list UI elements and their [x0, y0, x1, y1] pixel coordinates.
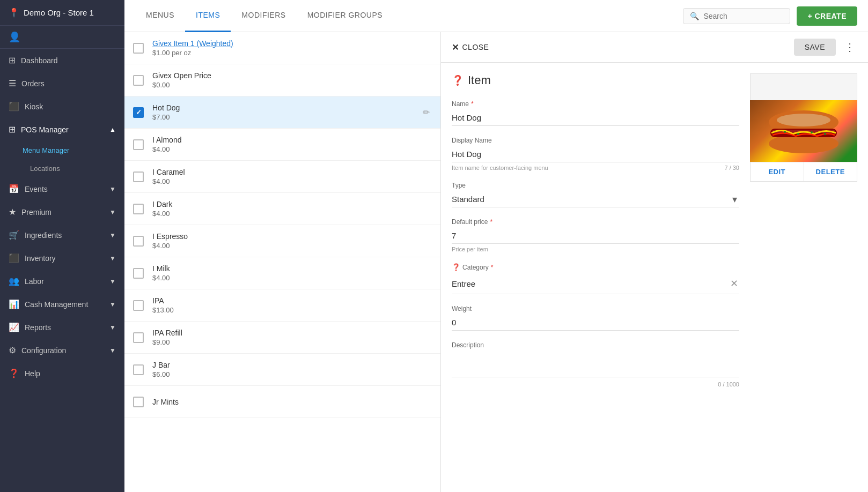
chevron-down-icon: ▼ — [109, 324, 116, 331]
svg-point-5 — [784, 131, 786, 133]
sidebar-item-configuration[interactable]: ⚙ Configuration ▼ — [0, 339, 124, 362]
save-button[interactable]: SAVE — [794, 39, 836, 56]
sidebar-item-kiosk[interactable]: ⬛ Kiosk — [0, 95, 124, 118]
create-button[interactable]: + CREATE — [797, 6, 857, 26]
item-name: I Almond — [152, 136, 421, 144]
item-checkbox[interactable] — [133, 139, 144, 150]
default-price-input[interactable] — [452, 228, 739, 244]
display-name-hint: Item name for customer-facing menu 7 / 3… — [452, 165, 739, 171]
item-row[interactable]: I Milk $4.00 ✏ — [124, 257, 440, 289]
item-row[interactable]: I Almond $4.00 ✏ — [124, 129, 440, 161]
org-header[interactable]: 📍 Demo Org - Store 1 — [0, 0, 124, 26]
item-checkbox[interactable] — [133, 204, 144, 214]
sidebar-item-labor[interactable]: 👥 Labor ▼ — [0, 270, 124, 293]
sidebar-item-reports[interactable]: 📈 Reports ▼ — [0, 316, 124, 339]
item-image — [750, 100, 857, 162]
edit-icon[interactable]: ✏ — [421, 105, 432, 120]
config-icon: ⚙ — [9, 345, 16, 355]
item-row[interactable]: Jr Mints ✏ — [124, 386, 440, 418]
item-price: $13.00 — [152, 306, 421, 314]
item-checkbox[interactable] — [133, 172, 144, 182]
tab-items[interactable]: Items — [185, 0, 231, 32]
item-row[interactable]: IPA Refill $9.00 ✏ — [124, 322, 440, 354]
item-price: $4.00 — [152, 177, 421, 185]
item-row[interactable]: Givex Item 1 (Weighted) $1.00 per oz ✏ — [124, 32, 440, 64]
item-info: I Caramel $4.00 — [152, 168, 421, 185]
type-select[interactable]: Standard Weighted Open Price — [452, 191, 739, 207]
item-row[interactable]: IPA $13.00 ✏ — [124, 289, 440, 322]
more-options-icon[interactable]: ⋮ — [842, 39, 857, 56]
sidebar-item-help[interactable]: ❓ Help — [0, 362, 124, 385]
sidebar-item-dashboard[interactable]: ⊞ Dashboard — [0, 49, 124, 72]
item-checkbox[interactable] — [133, 397, 144, 407]
item-list: Givex Item 1 (Weighted) $1.00 per oz ✏ G… — [124, 32, 441, 492]
sidebar-item-label: Orders — [21, 79, 45, 88]
sidebar-item-label: POS Manager — [21, 125, 69, 134]
display-name-field-group: Display Name Item name for customer-faci… — [452, 137, 739, 171]
chevron-down-icon: ▼ — [109, 347, 116, 354]
display-name-input[interactable] — [452, 146, 739, 162]
item-info: IPA $13.00 — [152, 296, 421, 314]
item-row[interactable]: Hot Dog $7.00 ✏ — [124, 96, 440, 129]
chevron-down-icon: ▼ — [109, 255, 116, 262]
delete-image-button[interactable]: DELETE — [804, 162, 857, 181]
sidebar-sub-item-menu-manager[interactable]: Menu Manager — [0, 141, 124, 160]
price-per-item-hint: Price per item — [452, 246, 739, 252]
display-name-label: Display Name — [452, 137, 739, 144]
sidebar-item-label: Cash Management — [25, 300, 88, 309]
item-checkbox[interactable] — [133, 364, 144, 375]
help-circle-icon[interactable]: ❓ — [452, 74, 464, 86]
item-row[interactable]: J Bar $6.00 ✏ — [124, 354, 440, 386]
item-checkbox[interactable] — [133, 43, 144, 54]
sidebar-item-inventory[interactable]: ⬛ Inventory ▼ — [0, 247, 124, 270]
name-input[interactable] — [452, 110, 739, 126]
type-label: Type — [452, 182, 739, 189]
item-checkbox[interactable] — [133, 75, 144, 86]
sidebar-item-premium[interactable]: ★ Premium ▼ — [0, 200, 124, 223]
pos-manager-icon: ⊞ — [9, 124, 16, 135]
item-row[interactable]: I Dark $4.00 ✏ — [124, 193, 440, 225]
sidebar-item-pos-manager[interactable]: ⊞ POS Manager ▲ — [0, 118, 124, 141]
item-checkbox[interactable] — [133, 300, 144, 311]
sidebar-item-ingredients[interactable]: 🛒 Ingredients ▼ — [0, 223, 124, 247]
search-input[interactable] — [703, 12, 783, 20]
sidebar-item-events[interactable]: 📅 Events ▼ — [0, 177, 124, 200]
sidebar-item-label: Reports — [25, 323, 51, 332]
item-checkbox[interactable] — [133, 107, 144, 118]
close-button[interactable]: ✕ CLOSE — [452, 42, 489, 53]
item-checkbox[interactable] — [133, 268, 144, 279]
help-circle-icon[interactable]: ❓ — [452, 263, 460, 271]
search-box[interactable]: 🔍 — [683, 8, 790, 24]
category-clear-icon[interactable]: ✕ — [729, 277, 739, 290]
content-area: Givex Item 1 (Weighted) $1.00 per oz ✏ G… — [124, 32, 868, 492]
edit-image-button[interactable]: EDIT — [751, 162, 804, 181]
weight-field-group: Weight — [452, 305, 739, 331]
user-section[interactable]: 👤 — [0, 26, 124, 49]
item-row[interactable]: Givex Open Price $0.00 ✏ — [124, 64, 440, 96]
item-name: Givex Open Price — [152, 71, 421, 80]
sidebar-item-cash-management[interactable]: 📊 Cash Management ▼ — [0, 293, 124, 316]
detail-panel: ✕ CLOSE SAVE ⋮ ❓ Item — [441, 32, 868, 492]
name-label: Name * — [452, 100, 739, 108]
item-name: IPA Refill — [152, 329, 421, 337]
item-checkbox[interactable] — [133, 332, 144, 343]
weight-input[interactable] — [452, 315, 739, 331]
detail-content: ❓ Item Name * Display Name — [441, 63, 868, 492]
tab-modifiers[interactable]: Modifiers — [231, 0, 296, 32]
detail-header: ✕ CLOSE SAVE ⋮ — [441, 32, 868, 63]
sidebar-sub-item-locations[interactable]: Locations — [0, 160, 124, 177]
item-row[interactable]: I Caramel $4.00 ✏ — [124, 161, 440, 193]
category-field[interactable]: Entree ✕ — [452, 273, 739, 294]
sidebar-item-orders[interactable]: ☰ Orders — [0, 72, 124, 95]
item-name: I Caramel — [152, 168, 421, 176]
item-price: $0.00 — [152, 81, 421, 89]
default-price-label: Default price * — [452, 218, 739, 226]
help-icon: ❓ — [9, 368, 19, 378]
sidebar-item-label: Kiosk — [25, 102, 43, 111]
item-checkbox[interactable] — [133, 236, 144, 247]
svg-point-7 — [811, 131, 813, 133]
tab-menus[interactable]: Menus — [135, 0, 185, 32]
description-textarea[interactable] — [452, 351, 739, 377]
item-row[interactable]: I Espresso $4.00 ✏ — [124, 225, 440, 257]
tab-modifier-groups[interactable]: Modifier Groups — [297, 0, 394, 32]
